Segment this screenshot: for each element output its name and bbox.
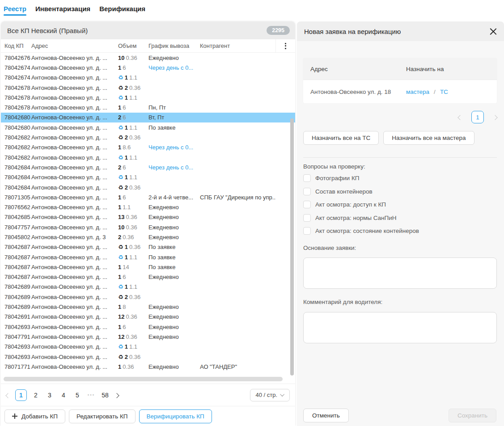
table-row[interactable]: 78042685 Антонова-Овсеенко ул. д. ... 13… xyxy=(1,212,295,222)
horizontal-scrollbar-thumb[interactable] xyxy=(4,377,283,381)
page-button-1[interactable]: 1 xyxy=(15,389,27,401)
page-button-4[interactable]: 4 xyxy=(59,389,68,401)
add-kp-button[interactable]: Добавить КП xyxy=(4,409,65,423)
assign-all-ts-button[interactable]: Назначить все на ТС xyxy=(303,131,379,145)
tab-inventory[interactable]: Инвентаризация xyxy=(35,1,90,17)
table-row[interactable]: 78042689 Антонова-Овсеенко ул. д. ... ♻ … xyxy=(1,292,295,302)
tab-verification[interactable]: Верификация xyxy=(99,1,145,17)
container-count: 1 xyxy=(125,94,128,101)
cell-address: Антонова-Овсеенко ул. д. ... xyxy=(31,264,118,270)
checkbox-label: Акт осмотра: нормы СанПиН xyxy=(315,215,397,221)
page-button-5[interactable]: 5 xyxy=(72,389,82,401)
container-volume: 6 xyxy=(123,114,126,121)
page-button-3[interactable]: 3 xyxy=(45,389,55,401)
cell-volume: ♻ 1 1.1 xyxy=(118,154,148,161)
checkbox[interactable] xyxy=(303,214,311,222)
cell-address: Антонова-Овсеенко ул. д. 3 xyxy=(31,234,118,240)
container-count: 2 xyxy=(125,84,128,91)
assign-prev-icon[interactable] xyxy=(458,113,462,121)
table-row[interactable]: 78042689 Антонова-Овсеенко ул. д. ... 1 … xyxy=(1,302,295,312)
table-row[interactable]: 78042687 Антонова-Овсеенко ул. д. ... 1 … xyxy=(1,272,295,282)
table-row[interactable]: 78042687 Антонова-Овсеенко ул. д. ... ♻ … xyxy=(1,252,295,262)
table-row[interactable]: 78071305 Антонова-Овсеенко ул. д. ... 1 … xyxy=(1,192,295,202)
vertical-scrollbar-thumb[interactable] xyxy=(290,118,294,375)
checkbox[interactable] xyxy=(303,188,311,195)
table-row[interactable]: 78076562 Антонова-Овсеенко ул. д. ... 1 … xyxy=(1,202,295,212)
assign-master-link[interactable]: мастера xyxy=(406,89,429,95)
verify-kp-button[interactable]: Верифицировать КП xyxy=(139,409,212,423)
table-row[interactable]: 78045802 Антонова-Овсеенко ул. д. 3 2 0.… xyxy=(1,232,295,242)
cell-code: 78042685 xyxy=(4,214,31,220)
cell-address: Антонова-Овсеенко ул. д. ... xyxy=(31,164,118,171)
cell-volume: ♻ 2 0.36 xyxy=(118,84,148,91)
page-button-2[interactable]: 2 xyxy=(31,389,41,401)
cell-schedule: Ежедневно xyxy=(148,204,200,211)
table-row[interactable]: 78042680 Антонова-Овсеенко ул. д. ... ♻ … xyxy=(1,122,295,132)
table-row[interactable]: 78042682 Антонова-Овсеенко ул. д. ... 1 … xyxy=(1,143,295,152)
assign-buttons: Назначить все на ТС Назначить все на мас… xyxy=(303,131,474,145)
table-row[interactable]: 78047791 Антонова-Овсеенко ул. д. ... 12… xyxy=(1,332,295,342)
checkbox[interactable] xyxy=(303,201,311,208)
add-kp-label: Добавить КП xyxy=(21,413,58,420)
table-menu-button[interactable] xyxy=(275,39,295,52)
cell-address: Антонова-Овсеенко ул. д. ... xyxy=(31,254,118,261)
pagination-next-icon[interactable] xyxy=(115,391,119,399)
assign-address: Антонова-Овсеенко ул. д. 18 xyxy=(310,89,406,95)
cell-address: Антонова-Овсеенко ул. д. ... xyxy=(31,313,118,320)
table-row[interactable]: 78042691 Антонова-Овсеенко ул. д. ... 12… xyxy=(1,312,295,322)
cell-counterparty: АО "ТАНДЕР" xyxy=(200,363,295,370)
table-row[interactable]: 78042674 Антонова-Овсеенко ул. д. ... 1 … xyxy=(1,63,295,72)
cell-code: 78042687 xyxy=(4,254,31,261)
checkbox-item[interactable]: Состав контейнеров xyxy=(303,188,419,195)
checkbox-item[interactable]: Акт осмотра: доступ к КП xyxy=(303,201,419,208)
assign-ts-link[interactable]: ТС xyxy=(440,89,448,95)
pagination-ellipsis[interactable]: ••• xyxy=(86,389,96,401)
container-volume: 6 xyxy=(123,194,126,201)
table-row[interactable]: 78042689 Антонова-Овсеенко ул. д. ... ♻ … xyxy=(1,282,295,292)
container-volume: 1.1 xyxy=(129,343,137,350)
table-row[interactable]: 78042682 Антонова-Овсеенко ул. д. ... ♻ … xyxy=(1,132,295,142)
checkbox-item[interactable]: Акт осмотра: нормы СанПиН xyxy=(303,214,419,222)
table-row[interactable]: 78042693 Антонова-Овсеенко ул. д. ... ♻ … xyxy=(1,352,295,362)
table-row[interactable]: 78042676 Антонова-Овсеенко ул. д. ... 10… xyxy=(1,53,295,63)
assign-all-master-button[interactable]: Назначить все на мастера xyxy=(383,131,474,145)
table-row[interactable]: 78042687 Антонова-Овсеенко ул. д. ... ♻ … xyxy=(1,242,295,252)
container-volume: 1.1 xyxy=(129,74,137,81)
table-row[interactable]: 78042674 Антонова-Овсеенко ул. д. ... ♻ … xyxy=(1,73,295,83)
save-button[interactable]: Сохранить xyxy=(449,409,496,422)
table-row[interactable]: 78042687 Антонова-Овсеенко ул. д. ... 1 … xyxy=(1,262,295,272)
table-row[interactable]: 78042684 Антонова-Овсеенко ул. д. ... ♻ … xyxy=(1,182,295,192)
cancel-button[interactable]: Отменить xyxy=(303,409,349,422)
table-row[interactable]: 78042693 Антонова-Овсеенко ул. д. ... ♻ … xyxy=(1,342,295,352)
cell-volume: 1 0.36 xyxy=(118,363,148,370)
assign-next-icon[interactable] xyxy=(493,113,497,121)
edit-kp-button[interactable]: Редактировать КП xyxy=(69,409,136,423)
table-row[interactable]: 78042682 Антонова-Овсеенко ул. д. ... ♻ … xyxy=(1,152,295,162)
close-icon[interactable] xyxy=(490,28,497,35)
table-row[interactable]: 78042693 Антонова-Овсеенко ул. д. ... 1 … xyxy=(1,322,295,332)
checkbox[interactable] xyxy=(303,174,311,182)
checkbox-item[interactable]: Акт осмотра: состояние контейнеров xyxy=(303,227,419,235)
table-row[interactable]: 78042684 Антонова-Овсеенко ул. д. ... ♻ … xyxy=(1,173,295,182)
comment-input[interactable] xyxy=(303,312,497,343)
cell-volume: ♻ 2 0.36 xyxy=(118,184,148,191)
checkbox-item[interactable]: Фотографии КП xyxy=(303,174,419,182)
table-row[interactable]: 78071771 Антонова-Овсеенко ул. д. ... 1 … xyxy=(1,362,295,371)
tab-registry[interactable]: Реестр xyxy=(4,1,26,17)
table-row[interactable]: 78042678 Антонова-Овсеенко ул. д. ... ♻ … xyxy=(1,93,295,102)
container-count: 1 xyxy=(125,244,128,250)
table-row[interactable]: 78042684 Антонова-Овсеенко ул. д. ... 2 … xyxy=(1,162,295,172)
page-button-58[interactable]: 58 xyxy=(100,389,110,401)
table-row[interactable]: 78042678 Антонова-Овсеенко ул. д. ... ♻ … xyxy=(1,83,295,93)
chevron-down-icon xyxy=(280,392,284,396)
checkbox[interactable] xyxy=(303,227,311,235)
table-row[interactable]: 78047757 Антонова-Овсеенко ул. д. ... 10… xyxy=(1,222,295,232)
reason-input[interactable] xyxy=(303,257,497,289)
assign-page-1[interactable]: 1 xyxy=(471,111,484,123)
page-size-select[interactable]: 40 / стр. xyxy=(250,389,290,401)
pagination-prev-icon[interactable] xyxy=(6,391,10,399)
table-row[interactable]: 78042680 Антонова-Овсеенко ул. д. ... 2 … xyxy=(1,113,295,122)
table-row[interactable]: 78042678 Антонова-Овсеенко ул. д. ... 1 … xyxy=(1,102,295,112)
cell-volume: 13 0.36 xyxy=(118,214,148,220)
cell-address: Антонова-Овсеенко ул. д. ... xyxy=(31,114,118,121)
